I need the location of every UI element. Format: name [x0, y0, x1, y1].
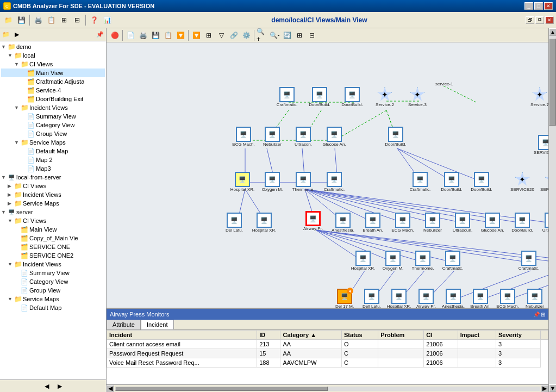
node-hospital1[interactable]: 🖥️ Hospital XR. — [229, 172, 256, 192]
node-nebulizer1[interactable]: 🖥️ Nebulizer — [259, 127, 286, 147]
sidebar-item-service4[interactable]: 🗂️ Service-4 — [1, 86, 105, 95]
node-ecg1[interactable]: 🖥️ ECG Mach. — [230, 127, 257, 147]
node-door3[interactable]: 🖥️ Door/Build. — [382, 127, 409, 147]
node-door2[interactable]: 🖥️ Door/Build. — [339, 87, 366, 107]
zoom-reset[interactable]: 🔄 — [281, 29, 293, 41]
sidebar-item-srv-group[interactable]: 📄 Group View — [1, 286, 105, 295]
sidebar-item-craftmatic[interactable]: 🗂️ Craftmatic Adjusta — [1, 77, 105, 86]
node-breath2[interactable]: 🖥️ Breath An. — [467, 289, 494, 308]
sidebar-item-local[interactable]: ▼ 📁 local — [1, 51, 105, 60]
sidebar-item-server[interactable]: ▼ 🖥️ server — [1, 208, 105, 216]
sidebar-item-lfs-incident-views[interactable]: ▶ 📁 Incident Views — [1, 190, 105, 199]
sidebar-item-srv-default-map[interactable]: 📄 Default Map — [1, 303, 105, 312]
node-oxygen2[interactable]: 🖥️ Oxygen M. — [379, 251, 407, 271]
help-button[interactable]: ❓ — [88, 14, 100, 26]
sidebar-item-map3[interactable]: 📄 Map3 — [1, 164, 105, 173]
node-service21[interactable]: ✦ SERVICE21 — [539, 172, 548, 192]
sidebar-item-lfs-ci-views[interactable]: ▶ 📁 CI Views — [1, 182, 105, 190]
sidebar-item-srv-ci-views[interactable]: ▼ 📁 CI Views — [1, 216, 105, 225]
ct-link[interactable]: 🔗 — [228, 29, 240, 41]
minimize-button[interactable]: _ — [524, 2, 533, 10]
ct-btn2[interactable]: 🖨️ — [137, 29, 149, 41]
sidebar-btn1[interactable]: 📁 — [1, 29, 11, 39]
v-scroll-track[interactable] — [549, 36, 556, 384]
node-service10[interactable]: 🖥️ SERVICE10 — [532, 135, 548, 155]
scroll-up[interactable]: ▲ — [549, 28, 556, 36]
node-door7[interactable]: 🖥️ Door/Build. — [545, 251, 548, 271]
sidebar-item-demo[interactable]: ▼ 📁 demo — [1, 42, 105, 51]
bottom-panel-controls[interactable]: 📌 ⊞ — [533, 312, 545, 318]
print-button[interactable]: 🖨️ — [32, 14, 44, 26]
node-hospital3[interactable]: 🖥️ Hospital XR. — [349, 251, 377, 271]
node-ecg2[interactable]: 🖥️ ECG Mach. — [389, 213, 416, 233]
tab-incident[interactable]: Incident — [141, 320, 174, 329]
node-door6[interactable]: 🖥️ Door/Build. — [509, 213, 536, 233]
node-craftmatic1[interactable]: 🖥️ Craftmatic. — [273, 87, 301, 107]
table-row[interactable]: Voice Mail Reset Password Req...188AAVCM… — [107, 358, 548, 368]
node-nebulizer2[interactable]: 🖥️ Nebulizer — [419, 213, 446, 233]
sidebar-item-lfs-service-maps[interactable]: ▶ 📁 Service Maps — [1, 199, 105, 208]
scroll-down[interactable]: ▼ — [549, 384, 556, 392]
table-h-scrollbar[interactable]: ◀ ▶ — [107, 384, 548, 392]
node-airway2[interactable]: 🖥️ Airway Pr. — [413, 289, 440, 308]
close-button[interactable]: ✕ — [544, 2, 553, 10]
sidebar-item-srv-main-view[interactable]: 🗂️ Main View — [1, 225, 105, 234]
close-view-button[interactable]: ✕ — [545, 16, 554, 24]
sidebar-item-srv-category[interactable]: 📄 Category View — [1, 277, 105, 286]
sidebar-item-main-view[interactable]: 🗂️ Main View — [1, 69, 105, 77]
node-dell3[interactable]: 🖥️ Dell Latu. — [358, 289, 385, 308]
sidebar-item-group-view[interactable]: 📄 Group View — [1, 129, 105, 138]
sidebar-item-srv-summary[interactable]: 📄 Summary View — [1, 269, 105, 277]
node-ecg3[interactable]: 🖥️ ECG Mach. — [494, 289, 521, 308]
sidebar-item-summary-view[interactable]: 📄 Summary View — [1, 112, 105, 121]
ct-layout[interactable]: ⊞ — [203, 29, 215, 41]
sidebar-item-ci-views[interactable]: ▼ 📁 CI Views — [1, 60, 105, 69]
node-nebulizer3[interactable]: 🖥️ Nebulizer — [521, 289, 548, 308]
node-ultrasound2[interactable]: 🖥️ Ultrasoun. — [449, 213, 476, 233]
sidebar-item-srv-service-one2[interactable]: 🗂️ SERVICE ONE2 — [1, 251, 105, 260]
chart-button[interactable]: 📊 — [101, 14, 113, 26]
node-breath1[interactable]: 🖥️ Breath An. — [359, 213, 386, 233]
alert-button[interactable]: 🔴 — [109, 29, 121, 41]
table-scroll-thumb[interactable] — [115, 387, 328, 391]
th-problem[interactable]: Problem — [378, 331, 424, 340]
node-craftmatic5[interactable]: 🖥️ Craftmatic. — [515, 251, 542, 271]
node-ultrasound1[interactable]: 🖥️ Ultrason. — [290, 127, 317, 147]
node-craftmatic3[interactable]: 🖥️ Craftmatic. — [407, 172, 434, 192]
node-service20[interactable]: ✦ SERVICE20 — [509, 172, 536, 192]
window-controls[interactable]: _ □ ✕ — [524, 2, 553, 10]
node-service3[interactable]: ✦ Service-3 — [404, 87, 431, 107]
open-button[interactable]: 💾 — [15, 14, 27, 26]
ct-btn3[interactable]: 💾 — [149, 29, 161, 41]
th-severity[interactable]: Severity — [496, 331, 541, 340]
node-dell1[interactable]: 🖥️ Del Latu. — [221, 213, 248, 233]
node-hospital2[interactable]: 🖥️ Hospital XR. — [251, 213, 278, 233]
node-airway[interactable]: 🖥️ Airway Pr. — [299, 211, 327, 231]
fit-width[interactable]: ⊞ — [293, 29, 305, 41]
node-thermo2[interactable]: 🖥️ Thermome. — [409, 251, 436, 271]
ct-btn4[interactable]: 📋 — [162, 29, 174, 41]
th-category[interactable]: Category ▲ — [280, 331, 341, 340]
view-button[interactable]: ⊟ — [71, 14, 83, 26]
table-row[interactable]: Client cannot access email213AAO210063 — [107, 340, 548, 349]
table-scroll-right[interactable]: ▶ — [541, 385, 548, 393]
node-door4[interactable]: 🖥️ Door/Build. — [438, 172, 465, 192]
ct-funnel[interactable]: ▽ — [215, 29, 227, 41]
ct-btn1[interactable]: 📄 — [124, 29, 136, 41]
fit-height[interactable]: ⊟ — [306, 29, 318, 41]
graph-scroll[interactable]: service-1 🖥️ Craftmatic. 🖥️ Door/Build. … — [107, 42, 548, 308]
th-impact[interactable]: Impact — [458, 331, 496, 340]
sidebar-item-srv-service-one[interactable]: 🗂️ SERVICE ONE — [1, 242, 105, 251]
ct-gear[interactable]: ⚙️ — [240, 29, 252, 41]
ct-dropdown[interactable]: 🔽 — [174, 29, 186, 41]
sidebar-item-default-map[interactable]: 📄 Default Map — [1, 147, 105, 155]
sidebar-btn2[interactable]: ▶ — [12, 29, 22, 39]
right-scrollbar[interactable]: ▲ ▼ — [548, 28, 556, 392]
sidebar-item-srv-copy[interactable]: 🗂️ Copy_of_Main Vie — [1, 234, 105, 242]
node-door1[interactable]: 🖥️ Door/Build. — [306, 87, 333, 107]
sidebar-item-door[interactable]: 🗂️ Door/Building Exit — [1, 95, 105, 103]
node-thermo1[interactable]: 🖥️ Thermome. — [290, 172, 317, 192]
th-id[interactable]: ID — [257, 331, 280, 340]
node-dell2[interactable]: 🖥️ 4 Del 17 M. — [331, 289, 358, 308]
node-service2[interactable]: ✦ Service-2 — [371, 87, 398, 107]
